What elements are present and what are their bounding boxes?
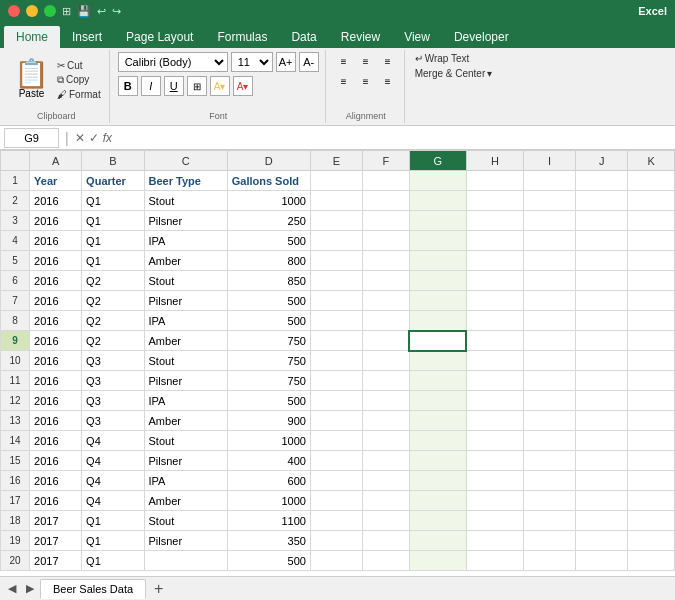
cell[interactable] (409, 471, 466, 491)
cell[interactable] (628, 431, 675, 451)
cell[interactable] (310, 411, 362, 431)
cell[interactable]: Q1 (82, 551, 144, 571)
cell[interactable]: 2016 (30, 431, 82, 451)
cell[interactable] (466, 511, 523, 531)
cell[interactable]: 1000 (227, 191, 310, 211)
cell[interactable] (310, 331, 362, 351)
col-header-a[interactable]: A (30, 151, 82, 171)
cell[interactable] (409, 451, 466, 471)
align-top-center-button[interactable]: ≡ (356, 52, 376, 70)
cell[interactable] (628, 271, 675, 291)
tab-view[interactable]: View (392, 26, 442, 48)
cell[interactable] (628, 551, 675, 571)
cell[interactable] (576, 491, 628, 511)
cell[interactable] (466, 471, 523, 491)
align-top-left-button[interactable]: ≡ (334, 52, 354, 70)
cell[interactable] (576, 431, 628, 451)
cell[interactable]: 400 (227, 451, 310, 471)
sheet-tab-beer-sales[interactable]: Beer Sales Data (40, 579, 146, 599)
cell[interactable] (310, 251, 362, 271)
cell[interactable]: Q4 (82, 431, 144, 451)
cell[interactable] (466, 531, 523, 551)
cell[interactable]: IPA (144, 231, 227, 251)
cell[interactable] (576, 371, 628, 391)
cell[interactable] (628, 391, 675, 411)
cell[interactable] (310, 391, 362, 411)
cell[interactable] (362, 551, 409, 571)
cell[interactable] (524, 331, 576, 351)
cell[interactable]: Q1 (82, 211, 144, 231)
cell[interactable]: 2016 (30, 231, 82, 251)
cell[interactable]: 2016 (30, 251, 82, 271)
cell[interactable] (576, 191, 628, 211)
cell[interactable]: Q1 (82, 531, 144, 551)
cell[interactable]: 800 (227, 251, 310, 271)
cell[interactable]: Gallons Sold (227, 171, 310, 191)
cell[interactable] (310, 431, 362, 451)
cell[interactable] (576, 271, 628, 291)
cell[interactable]: 2016 (30, 351, 82, 371)
cell[interactable] (409, 291, 466, 311)
cell[interactable] (524, 391, 576, 411)
cell[interactable]: Q4 (82, 471, 144, 491)
cell[interactable] (524, 171, 576, 191)
cell[interactable]: Q4 (82, 491, 144, 511)
cell[interactable] (362, 371, 409, 391)
format-button[interactable]: 🖌 Format (55, 88, 103, 101)
cell[interactable] (576, 251, 628, 271)
align-center-button[interactable]: ≡ (356, 72, 376, 90)
cell[interactable] (576, 411, 628, 431)
cell[interactable] (466, 171, 523, 191)
cell[interactable]: IPA (144, 471, 227, 491)
cell[interactable]: 500 (227, 311, 310, 331)
cell[interactable]: 2017 (30, 511, 82, 531)
align-right-button[interactable]: ≡ (378, 72, 398, 90)
cell[interactable] (628, 491, 675, 511)
cell[interactable] (310, 311, 362, 331)
cell[interactable] (628, 251, 675, 271)
cell[interactable] (466, 231, 523, 251)
cell[interactable] (576, 331, 628, 351)
cell[interactable] (310, 371, 362, 391)
cell[interactable] (524, 551, 576, 571)
cell[interactable]: Stout (144, 191, 227, 211)
cell[interactable]: Q1 (82, 251, 144, 271)
cell[interactable] (628, 291, 675, 311)
cell[interactable]: 1100 (227, 511, 310, 531)
cell[interactable] (362, 471, 409, 491)
cell[interactable] (362, 251, 409, 271)
confirm-formula-icon[interactable]: ✓ (89, 131, 99, 145)
cell[interactable] (628, 451, 675, 471)
cell[interactable] (628, 371, 675, 391)
close-button[interactable] (8, 5, 20, 17)
cell[interactable] (362, 171, 409, 191)
cell[interactable] (466, 491, 523, 511)
tab-data[interactable]: Data (279, 26, 328, 48)
tab-formulas[interactable]: Formulas (205, 26, 279, 48)
cell[interactable] (524, 371, 576, 391)
cell[interactable]: 850 (227, 271, 310, 291)
cell[interactable]: 750 (227, 331, 310, 351)
border-button[interactable]: ⊞ (187, 76, 207, 96)
cell[interactable] (524, 351, 576, 371)
align-left-button[interactable]: ≡ (334, 72, 354, 90)
cell[interactable] (362, 531, 409, 551)
cell[interactable] (524, 431, 576, 451)
cell[interactable] (524, 471, 576, 491)
cell[interactable]: 250 (227, 211, 310, 231)
cell[interactable] (310, 171, 362, 191)
cell[interactable] (576, 291, 628, 311)
cell[interactable] (310, 471, 362, 491)
maximize-button[interactable] (44, 5, 56, 17)
font-name-select[interactable]: Calibri (Body) (118, 52, 228, 72)
cell[interactable]: 2016 (30, 271, 82, 291)
increase-font-button[interactable]: A+ (276, 52, 296, 72)
cell[interactable]: 2016 (30, 391, 82, 411)
cell[interactable]: 500 (227, 231, 310, 251)
cell[interactable]: 2016 (30, 211, 82, 231)
cell[interactable] (576, 391, 628, 411)
fill-color-button[interactable]: A▾ (210, 76, 230, 96)
cell[interactable]: 2016 (30, 491, 82, 511)
cell[interactable] (524, 531, 576, 551)
cell[interactable]: IPA (144, 311, 227, 331)
